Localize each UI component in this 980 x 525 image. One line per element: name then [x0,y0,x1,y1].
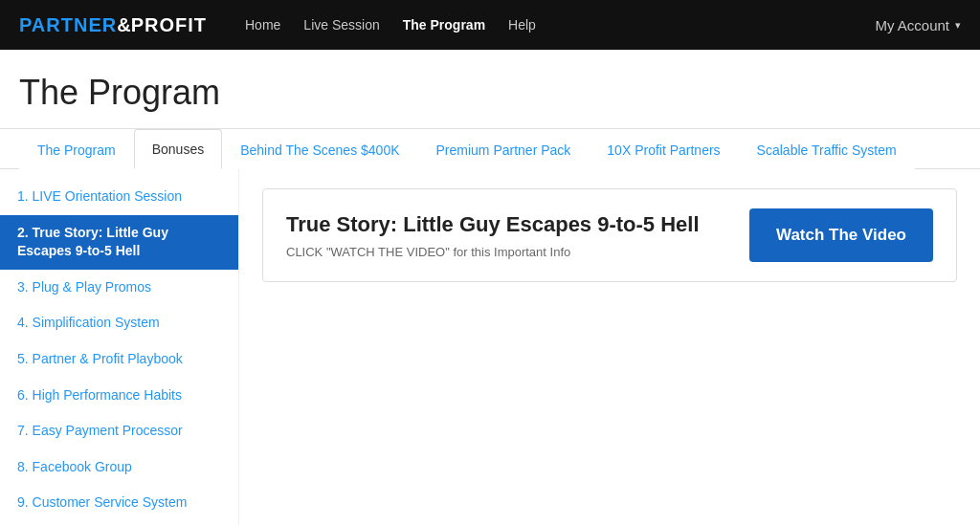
tab-10x-profit[interactable]: 10X Profit Partners [589,130,738,169]
sidebar-item-3[interactable]: 3. Plug & Play Promos [0,270,238,306]
sidebar-item-5[interactable]: 5. Partner & Profit Playbook [0,341,238,378]
brand-and: & [117,14,130,36]
nav-home[interactable]: Home [245,17,280,33]
page-title-section: The Program [0,50,980,129]
sidebar-item-7[interactable]: 7. Easy Payment Processor [0,413,238,449]
sidebar-item-9[interactable]: 9. Customer Service System [0,485,238,521]
navbar-links: Home Live Session The Program Help [245,17,536,33]
nav-help[interactable]: Help [508,17,536,33]
video-subtitle: CLICK "WATCH THE VIDEO" for this Importa… [286,245,700,259]
tabs-bar: The Program Bonuses Behind The Scenes $4… [0,129,980,169]
content-area: True Story: Little Guy Escapes 9-to-5 He… [239,169,980,525]
video-card-text: True Story: Little Guy Escapes 9-to-5 He… [286,212,700,259]
watch-video-button[interactable]: Watch The Video [749,208,933,262]
sidebar: 1. LIVE Orientation Session 2. True Stor… [0,169,239,525]
brand-logo[interactable]: PARTNER & PROFIT [19,14,207,36]
video-card: True Story: Little Guy Escapes 9-to-5 He… [262,188,957,282]
page-title: The Program [19,73,961,113]
navbar-right: My Account ▾ [875,17,961,33]
navbar: PARTNER & PROFIT Home Live Session The P… [0,0,980,50]
navbar-left: PARTNER & PROFIT Home Live Session The P… [19,14,536,36]
brand-profit: PROFIT [131,14,207,36]
sidebar-item-4[interactable]: 4. Simplification System [0,305,238,341]
main-content: 1. LIVE Orientation Session 2. True Stor… [0,169,980,525]
sidebar-item-1[interactable]: 1. LIVE Orientation Session [0,179,238,215]
nav-the-program[interactable]: The Program [403,17,485,33]
chevron-down-icon: ▾ [955,19,961,32]
tab-bonuses[interactable]: Bonuses [134,129,222,169]
tab-premium-partner-pack[interactable]: Premium Partner Pack [418,130,590,169]
sidebar-item-8[interactable]: 8. Facebook Group [0,449,238,486]
video-title: True Story: Little Guy Escapes 9-to-5 He… [286,212,700,237]
sidebar-item-2[interactable]: 2. True Story: Little Guy Escapes 9-to-5… [0,215,238,270]
brand-partner: PARTNER [19,14,117,36]
nav-live-session[interactable]: Live Session [303,17,379,33]
tab-scalable-traffic[interactable]: Scalable Traffic System [739,130,915,169]
tab-the-program[interactable]: The Program [19,130,134,169]
my-account-link[interactable]: My Account [875,17,949,33]
tab-behind-the-scenes[interactable]: Behind The Scenes $400K [222,130,417,169]
sidebar-item-6[interactable]: 6. High Performance Habits [0,378,238,414]
